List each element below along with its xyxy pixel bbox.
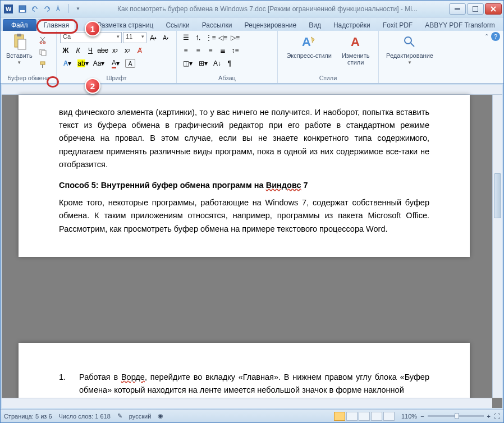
tab-review[interactable]: Рецензирование <box>239 19 303 31</box>
tab-file[interactable]: Файл <box>3 19 36 31</box>
font-color-icon[interactable]: A▾ <box>107 58 124 69</box>
view-outline[interactable] <box>371 412 382 421</box>
svg-rect-5 <box>455 8 460 10</box>
view-draft[interactable] <box>383 412 395 421</box>
status-macro-icon[interactable]: ◉ <box>158 412 163 420</box>
statusbar: Страница: 5 из 6 Число слов: 1 618 ✎ рус… <box>1 409 503 422</box>
close-button[interactable] <box>485 3 502 15</box>
text-effects-icon[interactable]: A▾ <box>60 58 75 69</box>
svg-rect-9 <box>18 39 26 49</box>
quick-styles-icon: A <box>300 33 318 51</box>
align-center-icon[interactable]: ≡ <box>193 45 204 56</box>
paste-icon <box>10 33 28 51</box>
doc-paragraph[interactable]: вид фического элемента (картинки), то у … <box>59 106 429 171</box>
styles-group-label: Стили <box>281 73 375 83</box>
zoom-slider[interactable] <box>428 415 484 417</box>
titlebar: W Â ▼ Как посмотреть буфер обмена в Wind… <box>1 1 503 17</box>
justify-icon[interactable]: ≣ <box>217 45 228 56</box>
status-word-count[interactable]: Число слов: 1 618 <box>59 413 111 420</box>
minimize-button[interactable] <box>449 3 466 15</box>
font-size-combo[interactable]: 11 <box>123 32 146 43</box>
zoom-fit-icon[interactable]: ⛶ <box>494 413 500 420</box>
doc-paragraph[interactable]: Кроме того, некоторые программы, работаю… <box>59 196 429 236</box>
view-full-screen[interactable] <box>346 412 358 421</box>
tab-home[interactable]: Главная <box>38 19 76 31</box>
svg-text:A: A <box>351 35 360 49</box>
borders-icon[interactable]: ⊞▾ <box>196 58 210 69</box>
cut-icon[interactable] <box>37 34 48 45</box>
editing-button[interactable]: Редактирование ▼ <box>384 32 436 66</box>
format-painter-icon[interactable] <box>37 59 48 70</box>
highlight-icon[interactable]: ab▾ <box>76 58 90 69</box>
qat-extra-icon[interactable]: Â <box>54 4 65 14</box>
paste-button[interactable]: Вставить ▼ <box>4 32 35 66</box>
callout-1: 1 <box>85 21 100 36</box>
scroll-thumb[interactable] <box>494 173 501 218</box>
help-icon[interactable]: ? <box>491 32 500 41</box>
line-spacing-icon[interactable]: ↕≡ <box>230 45 241 56</box>
svg-rect-8 <box>17 34 21 36</box>
strikethrough-icon[interactable]: abc <box>97 45 108 56</box>
redo-icon[interactable] <box>42 4 52 14</box>
undo-icon[interactable] <box>30 4 40 14</box>
qat-dropdown-icon[interactable]: ▼ <box>73 4 83 14</box>
view-print-layout[interactable] <box>334 412 345 421</box>
paragraph-group-label: Абзац <box>180 73 274 83</box>
window-title: Как посмотреть буфер обмена в Windows 7.… <box>86 5 448 13</box>
zoom-level[interactable]: 110% <box>401 413 417 420</box>
decrease-indent-icon[interactable]: ◁≡ <box>217 32 228 43</box>
zoom-in-button[interactable]: + <box>487 413 491 420</box>
page-current[interactable]: вид фического элемента (картинки), то у … <box>19 95 470 257</box>
numbering-icon[interactable]: ⒈ <box>193 32 204 43</box>
minimize-ribbon-icon[interactable]: ⌃ <box>484 33 489 39</box>
clipboard-group-label: Буфер обмена <box>4 73 53 83</box>
tab-view[interactable]: Вид <box>303 19 327 31</box>
tab-references[interactable]: Ссылки <box>159 19 195 31</box>
quick-styles-button[interactable]: A Экспресс-стили <box>284 32 333 60</box>
horizontal-ruler[interactable] <box>2 85 502 95</box>
grow-font-icon[interactable]: A▴ <box>148 32 159 43</box>
change-styles-button[interactable]: A Изменить стили <box>340 32 372 67</box>
zoom-out-button[interactable]: − <box>420 413 424 420</box>
maximize-button[interactable] <box>467 3 484 15</box>
char-border-icon[interactable]: A <box>125 59 135 68</box>
save-icon[interactable] <box>17 4 28 14</box>
sort-icon[interactable]: A↓ <box>212 58 223 69</box>
zoom-slider-thumb[interactable] <box>455 413 459 419</box>
shading-icon[interactable]: ◫▾ <box>180 58 195 69</box>
view-web-layout[interactable] <box>359 412 370 421</box>
align-right-icon[interactable]: ≡ <box>205 45 216 56</box>
bold-icon[interactable]: Ж <box>60 45 71 56</box>
shrink-font-icon[interactable]: A▾ <box>160 32 171 43</box>
tab-layout[interactable]: Разметка страниц <box>91 19 159 31</box>
superscript-icon[interactable]: x2 <box>122 45 133 56</box>
tab-addins[interactable]: Надстройки <box>327 19 377 31</box>
doc-heading[interactable]: Способ 5: Внутренний буфер обмена програ… <box>59 179 429 192</box>
status-proof-icon[interactable]: ✎ <box>117 412 122 420</box>
multilevel-icon[interactable]: ⋮≡ <box>205 32 216 43</box>
svg-rect-14 <box>40 62 45 65</box>
status-page[interactable]: Страница: 5 из 6 <box>4 413 52 420</box>
vertical-scrollbar[interactable] <box>492 95 502 398</box>
underline-icon[interactable]: Ч <box>85 45 96 56</box>
tab-abbyy[interactable]: ABBYY PDF Transform <box>419 19 501 31</box>
bullets-icon[interactable]: ☰ <box>180 32 191 43</box>
tab-foxit[interactable]: Foxit PDF <box>377 19 419 31</box>
clear-format-icon[interactable]: A̸ <box>134 45 145 56</box>
status-language[interactable]: русский <box>129 413 151 420</box>
align-left-icon[interactable]: ≡ <box>180 45 191 56</box>
show-marks-icon[interactable]: ¶ <box>224 58 235 69</box>
svg-text:W: W <box>6 6 12 12</box>
doc-list-item[interactable]: 1. Работая в Ворде, перейдите во вкладку… <box>59 371 429 401</box>
change-case-icon[interactable]: Aa▾ <box>91 58 106 69</box>
tab-mailings[interactable]: Рассылки <box>196 19 239 31</box>
copy-icon[interactable] <box>37 47 48 58</box>
svg-line-19 <box>411 43 414 47</box>
ribbon-group-editing: Редактирование ▼ <box>379 31 441 83</box>
svg-rect-3 <box>20 10 25 12</box>
italic-icon[interactable]: К <box>72 45 84 56</box>
zoom-control: 110% − + ⛶ <box>401 413 500 420</box>
increase-indent-icon[interactable]: ▷≡ <box>230 32 241 43</box>
subscript-icon[interactable]: x2 <box>109 45 121 56</box>
horizontal-scrollbar[interactable] <box>2 398 492 408</box>
